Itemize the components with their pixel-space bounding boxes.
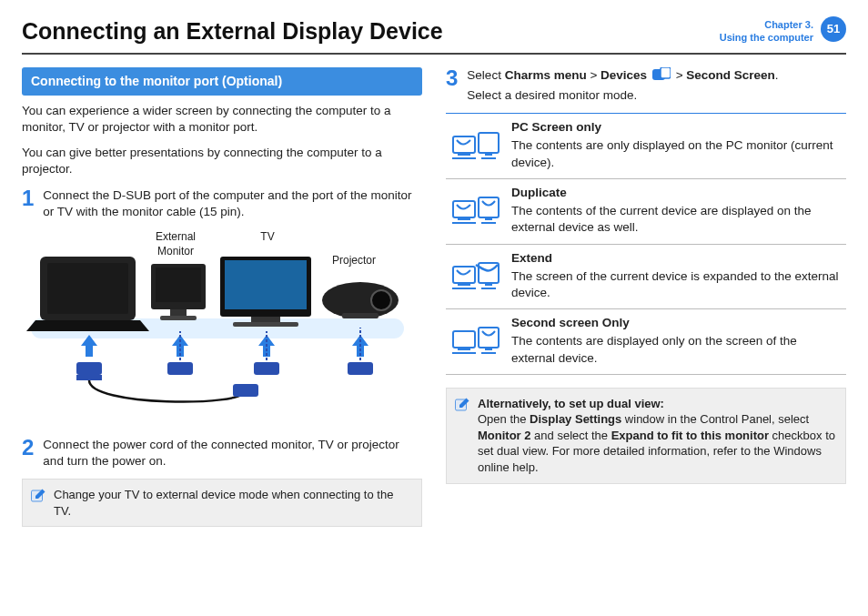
step-3: 3 Select Charms menu > Devices > Second …: [446, 67, 846, 104]
step-1-number: 1: [22, 187, 34, 220]
svg-rect-25: [661, 67, 671, 78]
chapter-line1: Chapter 3.: [720, 18, 813, 31]
mode-icon-extend: [449, 250, 502, 302]
alt-note-paragraph: Open the Display Settings window in the …: [478, 411, 836, 475]
svg-rect-29: [485, 153, 492, 156]
columns: Connecting to the monitor port (Optional…: [22, 67, 846, 528]
mode-desc: The screen of the current device is expa…: [511, 268, 843, 301]
tv-icon: [220, 257, 311, 327]
alt-note-lead: Alternatively, to set up dual view:: [478, 396, 836, 412]
svg-rect-19: [233, 384, 258, 397]
step-3-body: Select Charms menu > Devices > Second Sc…: [467, 67, 846, 104]
step-1: 1 Connect the D-SUB port of the computer…: [22, 187, 422, 220]
laptop-icon: [26, 257, 149, 331]
svg-rect-35: [458, 283, 470, 286]
intro-paragraph-2: You can give better presentations by con…: [22, 145, 422, 177]
svg-rect-13: [342, 313, 378, 318]
svg-rect-41: [485, 348, 492, 350]
section-heading: Connecting to the monitor port (Optional…: [22, 67, 422, 96]
svg-rect-28: [479, 133, 499, 153]
svg-rect-5: [170, 309, 187, 316]
mode-icon-duplicate: [449, 185, 502, 237]
mode-title: Extend: [511, 250, 843, 267]
svg-point-12: [371, 290, 391, 310]
left-column: Connecting to the monitor port (Optional…: [22, 67, 422, 528]
svg-rect-17: [254, 362, 279, 375]
page-title: Connecting an External Display Device: [22, 16, 720, 47]
svg-rect-10: [233, 322, 298, 327]
step-2-text: Connect the power cord of the connected …: [43, 437, 422, 470]
mode-icon-second-only: [449, 315, 502, 367]
note-dual-view: Alternatively, to set up dual view: Open…: [446, 388, 846, 484]
label-external-monitor: External Monitor: [148, 229, 203, 258]
devices-charm-icon: [652, 67, 671, 82]
note-tv-mode: Change your TV to external device mode w…: [22, 479, 422, 527]
svg-rect-27: [458, 153, 470, 156]
mode-row-second-only: Second screen Only The contents are disp…: [446, 309, 846, 375]
svg-rect-6: [160, 316, 197, 320]
monitor-mode-table: PC Screen only The contents are only dis…: [446, 113, 846, 375]
step-1-text: Connect the D-SUB port of the computer a…: [43, 187, 422, 220]
page-number-badge: 51: [821, 16, 846, 42]
mode-row-duplicate: Duplicate The contents of the current de…: [446, 179, 846, 245]
intro-paragraph-1: You can experience a wider screen by con…: [22, 103, 422, 136]
mode-row-pc-only: PC Screen only The contents are only dis…: [446, 114, 846, 179]
svg-rect-18: [348, 362, 373, 375]
svg-rect-37: [485, 283, 492, 286]
svg-rect-4: [156, 268, 201, 302]
mode-desc: The contents are displayed only on the s…: [511, 333, 843, 366]
svg-rect-2: [47, 263, 128, 314]
external-monitor-icon: [151, 264, 206, 320]
mode-desc: The contents are only displayed on the P…: [511, 137, 843, 170]
projector-icon: [322, 282, 399, 318]
mode-row-extend: Extend The screen of the current device …: [446, 245, 846, 310]
right-column: 3 Select Charms menu > Devices > Second …: [446, 67, 846, 528]
page-header: Connecting an External Display Device Ch…: [22, 16, 846, 55]
label-projector: Projector: [327, 253, 381, 268]
chapter-line2: Using the computer: [720, 31, 813, 44]
svg-rect-8: [225, 260, 307, 309]
mode-icon-pc-only: [449, 119, 502, 171]
chapter-label: Chapter 3. Using the computer: [720, 16, 813, 45]
step-2: 2 Connect the power cord of the connecte…: [22, 437, 422, 470]
svg-rect-15: [76, 375, 102, 380]
note-dual-view-body: Alternatively, to set up dual view: Open…: [478, 396, 836, 476]
note-icon: [30, 488, 46, 504]
mode-desc: The contents of the current device are d…: [511, 203, 843, 236]
svg-rect-31: [458, 217, 470, 220]
svg-rect-33: [485, 217, 492, 220]
label-tv: TV: [249, 229, 286, 244]
svg-rect-40: [479, 328, 499, 348]
note-tv-text: Change your TV to external device mode w…: [54, 487, 412, 519]
note-icon: [454, 397, 470, 413]
mode-title: PC Screen only: [511, 119, 843, 136]
svg-rect-32: [479, 197, 499, 217]
svg-rect-16: [167, 362, 193, 375]
connection-diagram: External Monitor TV Projector: [22, 229, 422, 429]
svg-rect-9: [251, 317, 280, 322]
mode-title: Second screen Only: [511, 315, 843, 331]
svg-rect-39: [458, 348, 470, 350]
mode-title: Duplicate: [511, 185, 843, 201]
step-2-number: 2: [22, 437, 34, 470]
svg-rect-14: [76, 362, 102, 375]
svg-rect-38: [453, 331, 475, 348]
step-3-number: 3: [446, 67, 458, 104]
step-3-line2: Select a desired monitor mode.: [467, 87, 846, 104]
